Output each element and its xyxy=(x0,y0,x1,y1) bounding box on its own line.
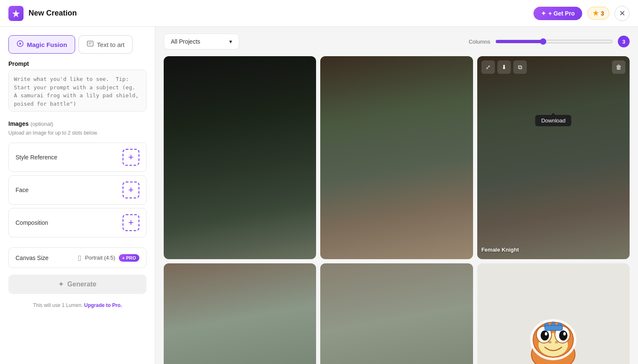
download-tooltip: Download xyxy=(535,115,571,126)
canvas-size-value: ▯ Portrait (4:5) + PRO xyxy=(78,254,139,262)
project-select-dropdown[interactable]: All Projects ▾ xyxy=(164,34,239,49)
magic-fusion-icon xyxy=(16,40,24,49)
copy-icon: ⧉ xyxy=(518,64,522,71)
close-icon: ✕ xyxy=(619,9,625,18)
svg-rect-13 xyxy=(545,325,562,330)
columns-slider[interactable] xyxy=(495,38,613,45)
upload-row-style-reference: Style Reference + xyxy=(8,143,146,172)
upload-row-face: Face + xyxy=(8,175,146,205)
delete-icon: 🗑 xyxy=(616,64,622,70)
prompt-input[interactable] xyxy=(8,70,146,112)
sidebar: Magic Fusion Text to art Prompt xyxy=(0,27,155,364)
image-card-2[interactable] xyxy=(320,56,473,259)
star-icon: ★ xyxy=(593,9,599,17)
columns-count-badge: 3 xyxy=(618,36,630,47)
logo-icon xyxy=(8,6,24,21)
prompt-label: Prompt xyxy=(8,60,146,67)
images-optional: (optional) xyxy=(31,121,53,127)
get-pro-icon: ✦ xyxy=(541,10,546,17)
image-overlay-3: ⤢ ⬇ ⧉ 🗑 xyxy=(477,56,630,259)
overlay-top-3: ⤢ ⬇ ⧉ 🗑 xyxy=(481,60,625,74)
svg-point-12 xyxy=(563,332,566,335)
canvas-size-label: Canvas Size xyxy=(16,255,49,261)
svg-point-14 xyxy=(548,341,552,343)
close-button[interactable]: ✕ xyxy=(614,6,630,21)
image-title-3: Female Knight xyxy=(481,245,519,255)
overlay-actions-3: ⤢ ⬇ ⧉ xyxy=(481,60,527,74)
coins-count: 3 xyxy=(601,10,604,17)
tab-text-to-art[interactable]: Text to art xyxy=(78,35,133,54)
header: New Creation ✦ + Get Pro ★ 3 ✕ xyxy=(0,0,638,27)
expand-button-3[interactable]: ⤢ xyxy=(481,60,495,74)
copy-button-3[interactable]: ⧉ xyxy=(513,60,527,74)
generate-button[interactable]: ✦ Generate xyxy=(8,275,146,294)
columns-label: Columns xyxy=(469,39,490,45)
lumen-text: This will use 1 Lumen. Upgrade to Pro. xyxy=(8,302,146,308)
header-right: ✦ + Get Pro ★ 3 ✕ xyxy=(533,6,630,21)
tab-magic-fusion[interactable]: Magic Fusion xyxy=(8,35,75,54)
image-card-6[interactable] xyxy=(477,263,630,364)
svg-point-11 xyxy=(545,332,547,335)
image-grid: ⤢ ⬇ ⧉ 🗑 xyxy=(164,56,630,364)
generate-sparkle-icon: ✦ xyxy=(58,281,64,288)
coins-badge: ★ 3 xyxy=(587,7,609,20)
text-to-art-icon xyxy=(86,40,94,49)
style-reference-label: Style Reference xyxy=(16,154,58,161)
image-card-1[interactable] xyxy=(164,56,316,259)
delete-button-3[interactable]: 🗑 xyxy=(612,60,625,74)
canvas-size-row: Canvas Size ▯ Portrait (4:5) + PRO xyxy=(8,247,146,268)
image-card-3[interactable]: ⤢ ⬇ ⧉ 🗑 xyxy=(477,56,630,259)
dropdown-chevron-icon: ▾ xyxy=(229,38,232,45)
images-section: Images (optional) Upload an image for up… xyxy=(8,120,146,136)
images-label: Images xyxy=(8,120,29,127)
image-card-5[interactable] xyxy=(320,263,473,364)
face-label: Face xyxy=(16,187,29,193)
main-content: All Projects ▾ Columns 3 xyxy=(155,27,638,364)
pro-badge: + PRO xyxy=(119,254,139,262)
columns-control: Columns 3 xyxy=(469,36,630,47)
tab-bar: Magic Fusion Text to art xyxy=(8,35,146,54)
svg-point-9 xyxy=(541,330,549,341)
images-sublabel: Upload an image for up to 2 slots below. xyxy=(8,130,146,136)
upload-row-composition: Composition + xyxy=(8,208,146,237)
columns-slider-container xyxy=(495,38,613,45)
upgrade-link[interactable]: Upgrade to Pro. xyxy=(84,302,122,308)
layout: Magic Fusion Text to art Prompt xyxy=(0,27,638,364)
composition-label: Composition xyxy=(16,219,48,226)
header-left: New Creation xyxy=(8,6,77,21)
download-button-3[interactable]: ⬇ xyxy=(497,60,511,74)
portrait-icon: ▯ xyxy=(78,254,81,262)
get-pro-button[interactable]: ✦ + Get Pro xyxy=(533,7,583,20)
app-title: New Creation xyxy=(29,9,77,18)
image-card-4[interactable] xyxy=(164,263,316,364)
composition-upload-button[interactable]: + xyxy=(123,214,139,231)
frog-illustration xyxy=(477,263,630,364)
top-bar: All Projects ▾ Columns 3 xyxy=(164,34,630,49)
face-upload-button[interactable]: + xyxy=(123,182,139,198)
prompt-section: Prompt xyxy=(8,60,146,113)
expand-icon: ⤢ xyxy=(486,64,491,70)
svg-rect-1 xyxy=(87,41,93,46)
style-reference-upload-button[interactable]: + xyxy=(123,149,139,166)
upload-rows: Style Reference + Face + Composition + xyxy=(8,143,146,241)
svg-point-15 xyxy=(555,341,558,343)
svg-point-10 xyxy=(559,330,567,341)
download-icon: ⬇ xyxy=(502,64,507,70)
